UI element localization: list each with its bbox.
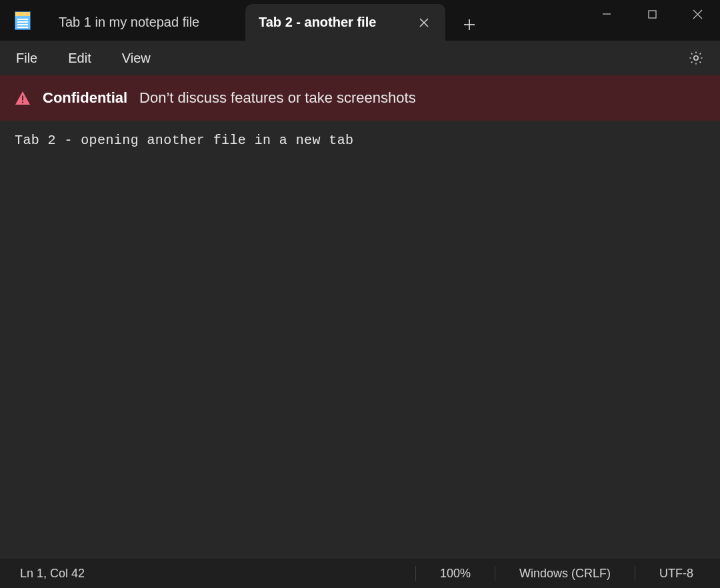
plus-icon [463, 18, 476, 31]
close-icon [693, 9, 703, 19]
tab-2[interactable]: Tab 2 - another file [245, 4, 445, 41]
tab-label: Tab 1 in my notepad file [59, 15, 235, 30]
svg-rect-5 [649, 11, 656, 18]
maximize-button[interactable] [629, 0, 675, 28]
menu-bar: File Edit View [0, 41, 720, 75]
menu-edit[interactable]: Edit [59, 45, 100, 71]
status-encoding[interactable]: UTF-8 [635, 566, 720, 581]
menu-file[interactable]: File [7, 45, 47, 71]
tab-1[interactable]: Tab 1 in my notepad file [45, 4, 245, 41]
window-controls [584, 0, 720, 41]
text-editor[interactable] [0, 121, 720, 559]
close-icon [419, 17, 429, 28]
gear-icon [688, 50, 704, 66]
close-window-button[interactable] [675, 0, 720, 28]
close-tab-button[interactable] [413, 12, 435, 33]
minimize-button[interactable] [584, 0, 629, 28]
tab-strip: Tab 1 in my notepad file Tab 2 - another… [45, 0, 485, 41]
maximize-icon [648, 10, 657, 19]
banner-message: Don’t discuss features or take screensho… [139, 89, 416, 107]
app-icon [0, 0, 45, 41]
new-tab-button[interactable] [453, 9, 485, 41]
settings-button[interactable] [683, 45, 709, 71]
title-drag-area[interactable] [485, 0, 584, 41]
svg-rect-9 [22, 96, 23, 101]
svg-rect-10 [22, 101, 23, 103]
status-bar: Ln 1, Col 42 100% Windows (CRLF) UTF-8 [0, 559, 720, 588]
confidential-banner: Confidential Don’t discuss features or t… [0, 75, 720, 121]
menu-view[interactable]: View [113, 45, 160, 71]
svg-point-8 [694, 56, 698, 60]
title-bar: Tab 1 in my notepad file Tab 2 - another… [0, 0, 720, 41]
minimize-icon [602, 9, 611, 19]
warning-icon [15, 91, 31, 105]
tab-label: Tab 2 - another file [259, 15, 405, 30]
status-zoom[interactable]: 100% [415, 566, 495, 581]
editor-area [0, 121, 720, 559]
notepad-icon [15, 11, 31, 30]
status-cursor-position[interactable]: Ln 1, Col 42 [0, 567, 415, 581]
banner-label: Confidential [43, 89, 127, 107]
status-line-ending[interactable]: Windows (CRLF) [495, 566, 635, 581]
